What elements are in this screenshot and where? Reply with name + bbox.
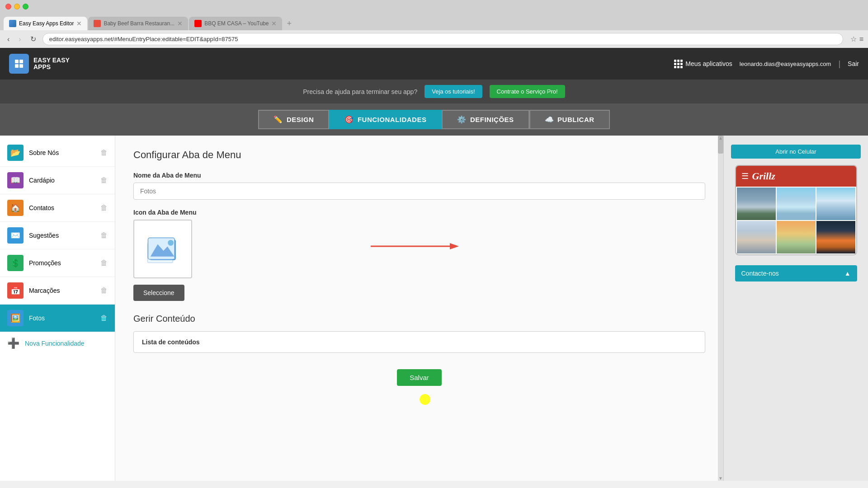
tab-close-editor[interactable]: ✕: [76, 20, 82, 27]
sidebar-label-promocoes: Promoções: [29, 259, 95, 267]
delete-icon-sugestoes[interactable]: 🗑: [100, 231, 108, 239]
tab-label-baby-beef: Baby Beef Barra Restauran...: [104, 20, 175, 27]
sidebar-label-cardapio: Cardápio: [29, 177, 95, 184]
url-input[interactable]: [42, 33, 843, 45]
save-button[interactable]: Salvar: [397, 369, 442, 386]
tab-publicar[interactable]: ☁️ PUBLICAR: [529, 110, 610, 129]
content-panel: ▲ ▼ Configurar Aba de Menu Nome da Aba d…: [115, 136, 723, 481]
minimize-window-btn[interactable]: [14, 4, 20, 9]
sidebar-item-sobre-nos[interactable]: 📂 Sobre Nós 🗑: [0, 139, 115, 167]
logo-line1: EASY EASY: [33, 57, 70, 64]
sair-button[interactable]: Sair: [848, 60, 859, 67]
tab-baby-beef[interactable]: Baby Beef Barra Restauran... ✕: [88, 17, 188, 30]
promo-icon: 💲: [7, 255, 24, 271]
tab-favicon-baby-beef: [94, 20, 101, 27]
new-tab-button[interactable]: +: [283, 17, 295, 30]
contact-label: Contacte-nos: [741, 270, 779, 277]
sidebar-item-contatos[interactable]: 🏠 Contatos 🗑: [0, 194, 115, 222]
meus-aplicativos-button[interactable]: Meus aplicativos: [674, 60, 732, 68]
sidebar-item-sugestoes[interactable]: ✉️ Sugestões 🗑: [0, 222, 115, 249]
book-icon: 📖: [7, 172, 24, 188]
content-list-box: Lista de conteúdos: [133, 331, 705, 353]
sidebar-item-marcacoes[interactable]: 📅 Marcações 🗑: [0, 277, 115, 305]
tab-bbq[interactable]: BBQ EM CASA – YouTube ✕: [189, 17, 282, 30]
sidebar-label-fotos: Fotos: [29, 314, 95, 322]
phone-preview-panel: Abrir no Celular ☰ Grillz Contacte-nos ▲: [723, 136, 868, 481]
icon-preview-box: [133, 220, 192, 278]
delete-icon-cardapio[interactable]: 🗑: [100, 176, 108, 184]
back-button[interactable]: ‹: [5, 34, 12, 44]
tab-funcionalidades-label: FUNCIONALIDADES: [358, 116, 427, 123]
bookmark-button[interactable]: ☆: [850, 35, 857, 43]
save-bar: Salvar: [133, 362, 705, 393]
sidebar-label-sobre-nos: Sobre Nós: [29, 149, 95, 156]
photo-grid: [736, 187, 856, 254]
scrollbar-track[interactable]: ▲ ▼: [718, 136, 723, 481]
header-right: Meus aplicativos leonardo.dias@easyeasya…: [674, 59, 859, 69]
reload-button[interactable]: ↻: [28, 34, 39, 44]
tab-close-baby-beef[interactable]: ✕: [177, 20, 183, 27]
photo-cell-boat: [777, 188, 816, 220]
menu-button[interactable]: ≡: [859, 35, 863, 43]
new-feature-label: Nova Funcionalidade: [25, 340, 85, 347]
gerir-conteudo-label: Gerir Conteúdo: [133, 314, 705, 324]
add-icon: ➕: [7, 338, 19, 349]
app-header: EASY EASY APPS Meus aplicativos leonardo…: [0, 48, 868, 80]
phone-header: ☰ Grillz: [736, 166, 856, 187]
logo-text: EASY EASY APPS: [33, 57, 70, 71]
maximize-window-btn[interactable]: [23, 4, 28, 9]
delete-icon-contatos[interactable]: 🗑: [100, 204, 108, 212]
photo-cell-castle: [737, 221, 776, 253]
sidebar-label-contatos: Contatos: [29, 204, 95, 211]
logo-grid: [15, 60, 23, 68]
close-window-btn[interactable]: [5, 4, 11, 9]
tab-definicoes-label: DEFINIÇÕES: [470, 116, 514, 123]
sidebar: 📂 Sobre Nós 🗑 📖 Cardápio 🗑 🏠 Contatos 🗑 …: [0, 136, 115, 481]
phone-contact-bar[interactable]: Contacte-nos ▲: [735, 265, 857, 282]
main-area: 📂 Sobre Nós 🗑 📖 Cardápio 🗑 🏠 Contatos 🗑 …: [0, 136, 868, 481]
tab-design[interactable]: ✏️ DESIGN: [258, 110, 329, 129]
separator-icon: |: [838, 59, 840, 69]
tab-definicoes[interactable]: ⚙️ DEFINIÇÕES: [442, 110, 529, 129]
apps-grid-icon: [674, 60, 683, 68]
tab-editor[interactable]: Easy Easy Apps Editor ✕: [4, 17, 87, 30]
pencil-icon: ✏️: [274, 115, 283, 124]
nome-input[interactable]: [133, 183, 705, 200]
nav-tabs: ✏️ DESIGN 🎯 FUNCIONALIDADES ⚙️ DEFINIÇÕE…: [0, 103, 868, 136]
tutorial-button[interactable]: Veja os tutoriais!: [425, 85, 482, 98]
delete-icon-sobre-nos[interactable]: 🗑: [100, 149, 108, 157]
tab-close-bbq[interactable]: ✕: [271, 20, 277, 27]
sidebar-item-fotos[interactable]: 🖼️ Fotos 🗑: [0, 305, 115, 332]
svg-point-7: [168, 240, 174, 246]
calendar-icon: 📅: [7, 282, 24, 299]
chevron-up-icon: ▲: [844, 270, 851, 277]
delete-icon-fotos[interactable]: 🗑: [100, 314, 108, 322]
delete-icon-marcacoes[interactable]: 🗑: [100, 286, 108, 295]
tab-funcionalidades[interactable]: 🎯 FUNCIONALIDADES: [329, 110, 442, 129]
logo-dot: [19, 60, 23, 63]
target-icon: 🎯: [344, 115, 354, 124]
sidebar-item-promocoes[interactable]: 💲 Promoções 🗑: [0, 249, 115, 277]
nome-field-label: Nome da Aba de Menu: [133, 172, 705, 179]
lista-label: Lista de conteúdos: [142, 338, 200, 346]
open-icon: 📂: [7, 145, 24, 161]
delete-icon-promocoes[interactable]: 🗑: [100, 259, 108, 267]
gear-icon: ⚙️: [457, 115, 467, 124]
browser-actions: ☆ ≡: [850, 35, 863, 43]
sidebar-label-marcacoes: Marcações: [29, 287, 95, 294]
logo-dot: [19, 64, 23, 68]
pro-service-button[interactable]: Contrate o Serviço Pro!: [490, 85, 565, 98]
icon-field-label: Icon da Aba de Menu: [133, 209, 705, 216]
user-email: leonardo.dias@easyeasyapps.com: [740, 61, 831, 67]
tab-label-editor: Easy Easy Apps Editor: [19, 20, 74, 27]
select-icon-button[interactable]: Seleccione: [133, 285, 184, 301]
open-phone-button[interactable]: Abrir no Celular: [731, 145, 861, 159]
sidebar-item-cardapio[interactable]: 📖 Cardápio 🗑: [0, 167, 115, 194]
sidebar-new-item[interactable]: ➕ Nova Funcionalidade: [0, 332, 115, 355]
forward-button[interactable]: ›: [16, 34, 24, 44]
tab-publicar-label: PUBLICAR: [557, 116, 594, 123]
photo-cell-dark-sunset: [816, 221, 855, 253]
tab-design-label: DESIGN: [287, 116, 314, 123]
mail-icon: ✉️: [7, 227, 24, 244]
logo-dot: [15, 64, 19, 68]
